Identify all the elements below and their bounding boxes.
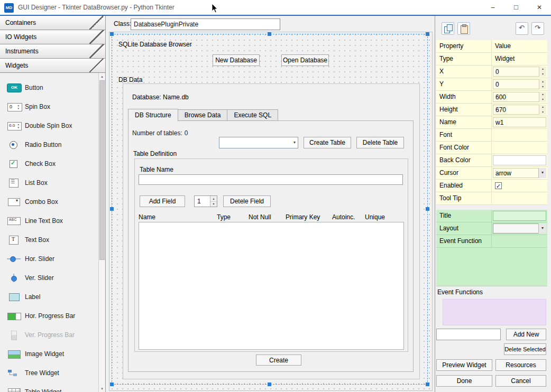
spin-arrows-icon[interactable] [539,79,546,89]
event-functions-list[interactable] [443,299,546,325]
delete-table-button[interactable]: Delete Table [356,137,404,148]
widget-item-label: Double Spin Box [25,122,72,129]
table-combobox[interactable] [219,137,298,148]
copy-icon[interactable] [442,22,454,35]
spin-arrows-icon[interactable] [539,92,546,102]
selection-handle-sw[interactable] [110,382,114,386]
spin-field[interactable]: 670 [493,105,546,115]
property-name: Layout [436,222,492,235]
color-swatch[interactable] [493,155,546,165]
selection-handle-w[interactable] [110,207,114,211]
table-definition-frame-label: Table Definition [133,150,177,157]
widget-item-radio-button[interactable]: Radio Button [0,135,99,154]
add-new-button[interactable]: Add New [506,329,546,340]
dropdown-arrow-icon[interactable] [538,223,546,234]
selection-handle-s[interactable] [268,382,271,386]
widget-item-hor-slider[interactable]: Hor. Slider [0,249,99,268]
sidebar-section-io-widgets[interactable]: IO Widgets [0,30,105,44]
widget-item-image-widget[interactable]: Image Widget [0,344,99,363]
widget-item-tree-widget[interactable]: Tree Widget [0,363,99,382]
horizontal-progressbar-icon [7,312,21,320]
property-value: 0 [492,66,547,78]
combobox-arrow-icon[interactable] [293,137,296,148]
property-name: Font Color [436,142,492,154]
selection-handle-ne[interactable] [426,32,429,36]
text-field[interactable] [493,211,546,221]
scroll-up-icon[interactable] [99,73,105,80]
column-header-not-null: Not Null [249,213,286,221]
designed-form[interactable]: SQLite Database Browser New Database Ope… [112,34,428,385]
spinbox-arrows-icon[interactable] [210,196,217,207]
line-textbox-icon [7,217,21,225]
tab-browse-data[interactable]: Browse Data [178,109,228,121]
value-column-header: Value [492,40,547,53]
new-event-function-input[interactable] [436,329,501,340]
text-field[interactable]: w1 [493,117,546,127]
widget-item-line-text-box[interactable]: Line Text Box [0,211,99,230]
scrollbar-thumb[interactable] [99,80,105,260]
widget-item-list-box[interactable]: List Box [0,173,99,192]
cancel-button[interactable]: Cancel [495,375,546,387]
open-database-button[interactable]: Open Database [281,54,329,66]
spin-arrows-icon[interactable] [539,67,546,77]
sidebar-scrollbar[interactable] [98,73,105,392]
widget-item-button[interactable]: Button [0,78,99,97]
widget-item-label: Text Box [25,236,49,244]
vertical-slider-icon [7,274,21,282]
table-name-input[interactable] [139,174,403,185]
create-button[interactable]: Create [256,354,301,366]
selection-handle-nw[interactable] [110,32,114,36]
tab-db-structure[interactable]: DB Structure [128,109,178,122]
resources-button[interactable]: Resources [495,359,546,371]
widget-item-ver-slider[interactable]: Ver. Slider [0,268,99,287]
class-bar: Class: [106,16,435,33]
scroll-down-icon[interactable] [99,385,105,392]
widget-item-spin-box[interactable]: Spin Box [0,97,99,116]
selection-handle-n[interactable] [268,32,271,36]
property-name: Back Color [436,154,492,167]
spin-field[interactable]: 0 [493,79,546,89]
widget-item-check-box[interactable]: Check Box [0,154,99,173]
widget-item-hor-progress-bar[interactable]: Hor. Progress Bar [0,306,99,325]
widget-item-label: Hor. Slider [25,255,54,263]
sidebar-section-containers[interactable]: Containers [0,16,105,30]
widget-item-label[interactable]: Label [0,287,99,306]
sidebar-section-widgets[interactable]: Widgets [0,59,105,73]
tab-execute-sql[interactable]: Execute SQL [227,109,278,121]
property-value: w1 [492,116,547,129]
checkbox[interactable]: ✓ [495,182,502,189]
widget-item-text-box[interactable]: Text Box [0,230,99,249]
widget-item-double-spin-box[interactable]: Double Spin Box [0,116,99,135]
maximize-icon[interactable] [504,0,528,15]
minimize-icon[interactable] [481,0,504,15]
widget-item-ver-progress-bar[interactable]: Ver. Progress Bar [0,325,99,344]
paste-icon[interactable] [457,22,470,35]
widget-item-table-widget[interactable]: Table Widget [0,382,99,392]
property-name: Enabled [436,180,492,192]
image-widget-icon [7,350,21,358]
property-name: X [436,66,492,78]
selection-handle-se[interactable] [426,382,429,386]
sidebar-section-instruments[interactable]: Instruments [0,44,105,59]
undo-icon[interactable] [516,22,528,35]
new-database-button[interactable]: New Database [213,54,260,66]
spin-field[interactable]: 600 [493,92,546,102]
done-button[interactable]: Done [436,375,492,387]
create-table-button[interactable]: Create Table [304,137,351,148]
dropdown-arrow-icon[interactable] [538,168,546,178]
add-field-button[interactable]: Add Field [140,195,185,207]
delete-selected-button[interactable]: Delete Selected [504,343,546,355]
widget-item-combo-box[interactable]: Combo Box [0,192,99,211]
preview-widget-button[interactable]: Preview Widget [436,359,492,371]
design-canvas[interactable]: SQLite Database Browser New Database Ope… [109,32,433,391]
redo-icon[interactable] [531,22,544,35]
spin-field[interactable]: 0 [493,67,546,77]
class-input[interactable] [131,18,280,30]
field-count-spinbox[interactable]: 1 [194,195,217,207]
field-definition-list[interactable] [139,222,404,350]
close-icon[interactable] [528,0,551,15]
notebook-tabs: DB StructureBrowse DataExecute SQL [128,108,278,121]
spin-arrows-icon[interactable] [539,105,546,115]
selection-handle-e[interactable] [426,207,429,211]
delete-field-button[interactable]: Detele Field [223,195,271,207]
